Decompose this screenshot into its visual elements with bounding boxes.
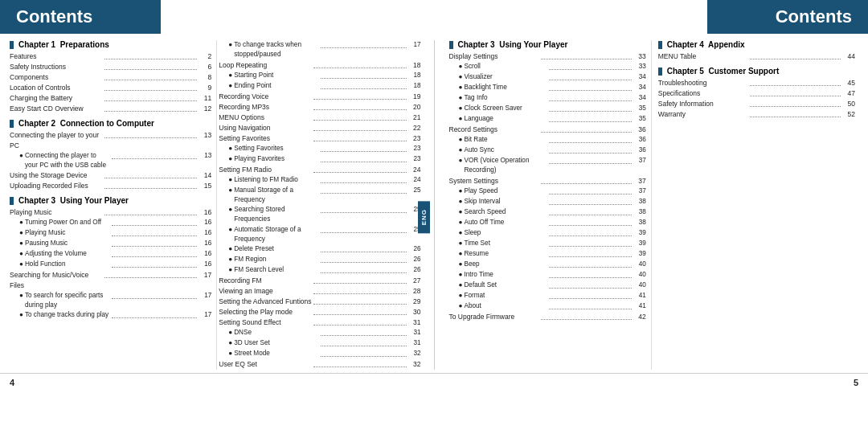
toc-navigation: Using Navigation22 (219, 123, 420, 133)
toc-play2: ●Playing Music16 (10, 228, 211, 239)
toc-soundfx: Setting Sound Effect31 (219, 317, 420, 328)
toc-start: ●Starting Point18 (219, 71, 420, 81)
toc-playspeed: ●Play Speed37 (449, 186, 646, 197)
toc-change-stopped: ●To change tracks when stopped/paused17 (219, 40, 420, 60)
chapter2-heading: Chapter 2 Connection to Computer (10, 119, 211, 128)
toc-fm: Setting FM Radio24 (219, 165, 420, 175)
content-area: Chapter 1 Preparations Features2 Safety … (0, 34, 868, 373)
toc-components: Components8 (10, 72, 211, 83)
toc-format: ●Format41 (449, 291, 646, 301)
left-page-col2: ●To change tracks when stopped/paused17 … (216, 40, 425, 370)
header-middle (161, 0, 707, 34)
toc-intro: ●Intro Time40 (449, 270, 646, 280)
header-title-right: Contents (707, 0, 868, 34)
toc-backlight: ●Backlight Time34 (449, 83, 646, 93)
toc-power: ●Turning Power On and Off16 (10, 218, 211, 228)
toc-recmp3: Recording MP3s20 (219, 102, 420, 113)
toc-dnse: ●DNSe31 (219, 328, 420, 338)
toc-default: ●Default Set40 (449, 280, 646, 291)
toc-storage: Using the Storage Device14 (10, 170, 211, 181)
title-left-text: Contents (16, 6, 92, 27)
toc-volume: ●Adjusting the Volume16 (10, 249, 211, 260)
header-title-left: Contents (0, 0, 161, 34)
bottom-bar: 4 5 (0, 373, 868, 391)
toc-timeset: ●Time Set39 (449, 239, 646, 249)
right-page: Chapter 3 Using Your Player Display Sett… (435, 40, 869, 370)
toc-search-freq: ●Searching Stored Frequencies25 (219, 205, 420, 225)
toc-recfm: Recording FM27 (219, 276, 420, 286)
right-page-col2: Chapter 4 Appendix MENU Table44 Chapter … (651, 40, 860, 370)
page-number-left: 4 (0, 374, 434, 391)
title-right-text: Contents (776, 6, 852, 27)
toc-recvoice: Recording Voice19 (219, 92, 420, 102)
toc-location: Location of Controls9 (10, 83, 211, 93)
right-page-col1: Chapter 3 Using Your Player Display Sett… (443, 40, 651, 370)
left-page-col1: Chapter 1 Preparations Features2 Safety … (8, 40, 216, 370)
chapter4-heading: Chapter 4 Appendix (658, 40, 855, 49)
toc-set-fav: ●Setting Favorites23 (219, 144, 420, 154)
toc-hold: ●Hold Function16 (10, 260, 211, 270)
toc-playing: Playing Music16 (10, 207, 211, 218)
toc-search-specific: ●To search for specific parts during pla… (10, 291, 211, 311)
toc-menu: MENU Options21 (219, 113, 420, 123)
toc-resume: ●Resume39 (449, 249, 646, 260)
toc-manual-freq: ●Manual Storage of a Frequency25 (219, 186, 420, 206)
toc-language: ●Language35 (449, 114, 646, 125)
left-page: Chapter 1 Preparations Features2 Safety … (0, 40, 435, 370)
toc-firmware: To Upgrade Firmware42 (449, 312, 646, 322)
toc-taginfo: ●Tag Info34 (449, 93, 646, 104)
header: Contents Contents (0, 0, 868, 34)
toc-vor: ●VOR (Voice Operation Recording)37 (449, 156, 646, 176)
toc-loop: Loop Repeating18 (219, 60, 420, 71)
toc-usereq: User EQ Set32 (219, 359, 420, 370)
toc-safety-info: Safety Information50 (658, 99, 855, 109)
toc-fm-search: ●FM Search Level26 (219, 265, 420, 276)
toc-scroll: ●Scroll33 (449, 62, 646, 72)
toc-favorites: Setting Favorites23 (219, 133, 420, 144)
toc-image: Viewing an Image28 (219, 286, 420, 297)
toc-battery: Charging the Battery11 (10, 93, 211, 104)
toc-visualizer: ●Visualizer34 (449, 72, 646, 83)
toc-skip: ●Skip Interval38 (449, 197, 646, 207)
chapter1-heading: Chapter 1 Preparations (10, 40, 211, 49)
toc-system: System Settings37 (449, 176, 646, 186)
toc-autosync: ●Auto Sync36 (449, 145, 646, 156)
chapter3a-heading: Chapter 3 Using Your Player (10, 196, 211, 205)
toc-playmode: Selecting the Play mode30 (219, 307, 420, 317)
toc-delete-preset: ●Delete Preset26 (219, 244, 420, 255)
toc-safety: Safety Instructions6 (10, 62, 211, 72)
toc-connect-usb: ● Connecting the player to your PC with … (10, 151, 211, 171)
toc-clock: ●Clock Screen Saver35 (449, 104, 646, 114)
toc-play-fav: ●Playing Favorites23 (219, 154, 420, 165)
toc-about: ●About41 (449, 301, 646, 312)
toc-menu-table: MENU Table44 (658, 51, 855, 62)
toc-upload: Uploading Recorded Files15 (10, 181, 211, 191)
toc-specs: Specifications47 (658, 88, 855, 99)
toc-display: Display Settings33 (449, 51, 646, 62)
chapter5-heading: Chapter 5 Customer Support (658, 67, 855, 76)
toc-troubleshoot: Troubleshooting45 (658, 78, 855, 88)
toc-sleep: ●Sleep39 (449, 228, 646, 239)
toc-end: ●Ending Point18 (219, 81, 420, 92)
toc-advanced: Setting the Advanced Funtions29 (219, 297, 420, 307)
toc-warranty: Warranty52 (658, 109, 855, 120)
eng-badge: ENG (418, 201, 430, 233)
toc-3d: ●3D User Set31 (219, 338, 420, 349)
page-number-right: 5 (434, 374, 868, 391)
toc-search: Searching for Music/Voice Files17 (10, 270, 211, 291)
toc-pause: ●Pausing Music16 (10, 239, 211, 249)
toc-connect-pc: Connecting the player to your PC13 (10, 130, 211, 151)
toc-searchspeed: ●Search Speed38 (449, 207, 646, 218)
toc-bitrate: ●Bit Rate36 (449, 135, 646, 145)
toc-auto-freq: ●Automatic Storage of a Frequency25 (219, 225, 420, 245)
toc-street: ●Street Mode32 (219, 349, 420, 359)
toc-autooff: ●Auto Off Time38 (449, 218, 646, 228)
toc-fm-region: ●FM Region26 (219, 255, 420, 265)
toc-beep: ●Beep40 (449, 260, 646, 270)
toc-easystart: Easy Start CD Overview12 (10, 104, 211, 114)
chapter3b-heading: Chapter 3 Using Your Player (449, 40, 646, 49)
toc-features: Features2 (10, 51, 211, 62)
toc-change-tracks: ●To change tracks during play17 (10, 310, 211, 321)
toc-record-settings: Record Settings36 (449, 125, 646, 135)
toc-listen-fm: ●Listening to FM Radio24 (219, 175, 420, 186)
